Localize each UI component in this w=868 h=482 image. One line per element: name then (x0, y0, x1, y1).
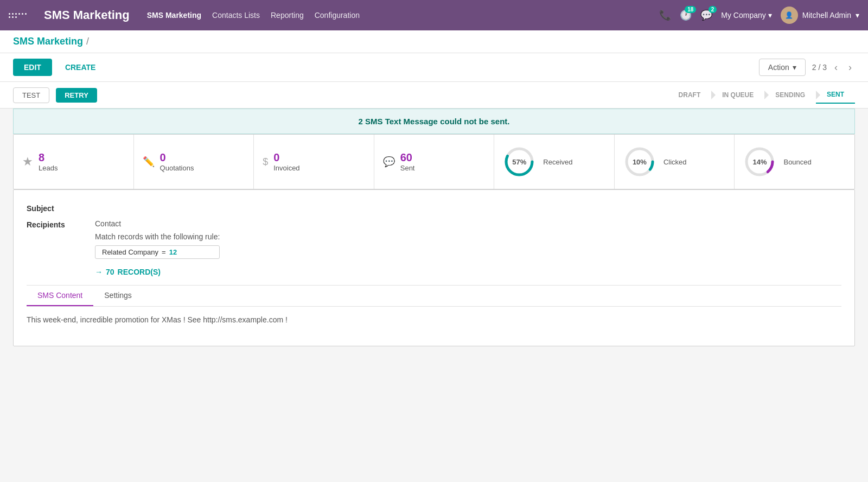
activity-badge: 18 (685, 6, 696, 13)
user-avatar: 👤 (781, 7, 798, 24)
leads-numbers: 8 Leads (39, 151, 58, 172)
quotations-icon: ✏️ (143, 156, 155, 168)
rule-operator: = (162, 248, 166, 256)
nav-configuration[interactable]: Configuration (315, 9, 360, 22)
sms-content-text: This week-end, incredible promotion for … (27, 315, 841, 324)
record-counter: 2 / 3 ‹ › (812, 61, 855, 74)
company-dropdown-icon: ▾ (768, 11, 772, 20)
quotations-numbers: 0 Quotations (160, 151, 194, 172)
tabs-header: SMS Content Settings (27, 286, 841, 307)
create-button[interactable]: CREATE (59, 59, 103, 76)
user-menu[interactable]: 👤 Mitchell Admin ▾ (781, 7, 859, 24)
sent-numbers: 60 Sent (400, 151, 415, 172)
received-donut: 57% (503, 145, 535, 178)
invoiced-numbers: 0 Invoiced (273, 151, 299, 172)
company-selector[interactable]: My Company ▾ (721, 11, 771, 20)
sent-icon: 💬 (383, 156, 395, 168)
sent-label: Sent (400, 164, 415, 172)
form-card: Subject Recipients Contact Match records… (13, 189, 855, 346)
status-in-queue[interactable]: IN QUEUE (711, 87, 764, 103)
clicked-pct: 10% (633, 158, 647, 166)
rule-chip[interactable]: Related Company = 12 (95, 245, 220, 259)
invoiced-count: 0 (273, 151, 299, 164)
page: SMS Marketing SMS Marketing Contacts Lis… (0, 0, 868, 482)
app-brand: SMS Marketing (44, 8, 130, 22)
clicked-label: Clicked (663, 158, 687, 166)
top-navigation: SMS Marketing SMS Marketing Contacts Lis… (0, 0, 868, 30)
breadcrumb-link[interactable]: SMS Marketing (13, 36, 83, 47)
status-draft[interactable]: DRAFT (668, 87, 712, 103)
bounced-pct: 14% (752, 158, 767, 166)
apps-grid-icon[interactable] (9, 13, 27, 18)
breadcrumb-separator: / (86, 36, 89, 47)
records-count: 70 (106, 268, 114, 276)
status-pipeline: DRAFT IN QUEUE SENDING SENT (668, 86, 855, 104)
counter-text: 2 / 3 (812, 63, 827, 72)
recipients-contact: Contact (95, 219, 220, 228)
stat-sent[interactable]: 💬 60 Sent (374, 135, 495, 189)
leads-label: Leads (39, 164, 58, 172)
messages-icon[interactable]: 💬 2 (700, 9, 712, 21)
prev-record-button[interactable]: ‹ (831, 61, 841, 74)
stat-leads[interactable]: ★ 8 Leads (14, 135, 134, 189)
invoiced-label: Invoiced (273, 164, 299, 172)
phone-icon[interactable]: 📞 (659, 9, 671, 21)
status-sent[interactable]: SENT (816, 86, 855, 104)
rule-value: 12 (169, 248, 177, 256)
stat-quotations[interactable]: ✏️ 0 Quotations (134, 135, 254, 189)
quotations-count: 0 (160, 151, 194, 164)
recipients-row: Recipients Contact Match records with th… (27, 219, 841, 276)
rule-field: Related Company (102, 248, 158, 256)
tab-settings[interactable]: Settings (93, 286, 143, 306)
stat-bounced[interactable]: 14% Bounced (735, 135, 854, 189)
topnav-icons: 📞 🕐 18 💬 2 My Company ▾ 👤 Mitchell Admin… (659, 7, 859, 24)
arrow-icon: → (95, 268, 103, 276)
stat-received[interactable]: 57% Received (494, 135, 615, 189)
quotations-label: Quotations (160, 164, 194, 172)
activity-icon[interactable]: 🕐 18 (680, 9, 692, 21)
stats-bar: ★ 8 Leads ✏️ 0 Quotations $ 0 Invoice (13, 134, 855, 189)
action-dropdown-icon: ▾ (793, 63, 796, 72)
alert-banner: 2 SMS Text Message could not be sent. (13, 109, 855, 134)
tab-sms-content[interactable]: SMS Content (27, 286, 93, 306)
action-button[interactable]: Action ▾ (759, 59, 806, 76)
received-pct: 57% (512, 158, 526, 166)
subject-row: Subject (27, 203, 841, 213)
clicked-donut: 10% (623, 145, 656, 178)
action-label: Action (768, 63, 789, 72)
stat-invoiced[interactable]: $ 0 Invoiced (254, 135, 374, 189)
user-name: Mitchell Admin (802, 11, 851, 20)
nav-contacts-lists[interactable]: Contacts Lists (212, 9, 260, 22)
sent-count: 60 (400, 151, 415, 164)
company-name: My Company (721, 11, 765, 20)
next-record-button[interactable]: › (845, 61, 855, 74)
nav-sms-marketing[interactable]: SMS Marketing (147, 9, 201, 22)
content-area: 2 SMS Text Message could not be sent. ★ … (0, 109, 868, 359)
subject-label: Subject (27, 203, 86, 213)
recipients-label: Recipients (27, 219, 86, 229)
stat-clicked[interactable]: 10% Clicked (615, 135, 735, 189)
tabs-container: SMS Content Settings This week-end, incr… (27, 285, 841, 333)
nav-reporting[interactable]: Reporting (271, 9, 304, 22)
edit-button[interactable]: EDIT (13, 59, 52, 76)
retry-button[interactable]: RETRY (56, 88, 97, 103)
records-link[interactable]: → 70 RECORD(S) (95, 268, 220, 276)
main-toolbar: EDIT CREATE Action ▾ 2 / 3 ‹ › (0, 53, 868, 82)
invoiced-icon: $ (263, 156, 268, 168)
nav-links: SMS Marketing Contacts Lists Reporting C… (147, 9, 360, 22)
leads-icon: ★ (22, 155, 33, 169)
secondary-toolbar: TEST RETRY DRAFT IN QUEUE SENDING SENT (0, 82, 868, 109)
messages-badge: 2 (709, 6, 717, 13)
bounced-donut: 14% (743, 145, 776, 178)
tab-content-sms: This week-end, incredible promotion for … (27, 307, 841, 333)
bounced-label: Bounced (783, 158, 811, 166)
status-sending[interactable]: SENDING (764, 87, 816, 103)
breadcrumb: SMS Marketing / (0, 30, 868, 53)
user-dropdown-icon: ▾ (856, 11, 859, 20)
records-label: RECORD(S) (118, 268, 161, 276)
leads-count: 8 (39, 151, 58, 164)
match-rule-text: Match records with the following rule: (95, 232, 220, 241)
recipients-value-block: Contact Match records with the following… (95, 219, 220, 276)
received-label: Received (543, 158, 572, 166)
test-button[interactable]: TEST (13, 87, 49, 103)
